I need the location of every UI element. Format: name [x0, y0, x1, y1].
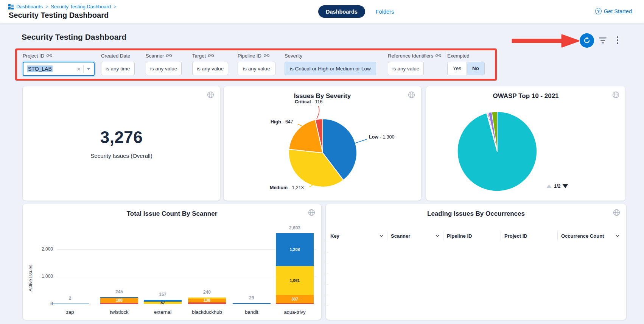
target-filter-chip[interactable]: is any value: [192, 62, 228, 75]
tab-dashboards[interactable]: Dashboards: [318, 5, 365, 18]
bar-category-label: external: [140, 309, 185, 315]
breadcrumb-current-dashboard[interactable]: Security Testing Dashboard: [51, 4, 111, 9]
bar-total-label: 245: [100, 289, 138, 294]
bar-total-label: 240: [188, 290, 226, 295]
stat-label: Security Issues (Overall): [90, 153, 152, 159]
clear-value-icon[interactable]: ×: [77, 66, 81, 72]
bar-segment-low[interactable]: [144, 300, 182, 302]
tab-folders[interactable]: Folders: [376, 9, 394, 15]
table-header-row: Key Scanner Pipeline ID Project ID Occur…: [330, 231, 623, 240]
column-header-scanner[interactable]: Scanner: [387, 231, 443, 240]
breadcrumb-separator: >: [114, 4, 116, 9]
tile-total-issue-count-by-scanner: Total Issue Count By Scanner 2,000 1,000…: [23, 204, 321, 320]
link-icon: [208, 53, 214, 58]
bar-segment-critical[interactable]: [276, 303, 314, 304]
x-axis-line: [57, 304, 317, 304]
bar-segment-value-label: 307: [291, 297, 298, 301]
bar-total-label: 2,603: [276, 225, 314, 231]
globe-icon[interactable]: [613, 209, 620, 216]
filter-project-id: Project ID STO_LAB ×: [23, 53, 95, 76]
column-header-occurrence-count[interactable]: Occurrence Count: [557, 231, 623, 240]
input-divider: [83, 65, 84, 73]
page-up-icon[interactable]: [546, 184, 552, 188]
dashboard-filters-icon[interactable]: [598, 37, 608, 45]
bar-segment-value-label: 188: [116, 298, 123, 302]
filter-severity-label: Severity: [285, 53, 302, 59]
bar-segment-low[interactable]: [100, 297, 138, 298]
severity-filter-chip[interactable]: is Critical or High or Medium or Low: [285, 62, 376, 75]
bar-segment-medium[interactable]: 87: [144, 302, 182, 304]
bar-segment-value-label: 1,061: [290, 279, 300, 283]
screen: Dashboards > Security Testing Dashboard …: [0, 0, 644, 324]
bar-segment-medium[interactable]: 1,061: [276, 266, 314, 295]
refresh-icon: [583, 37, 591, 44]
filter-pipeline-id: Pipeline ID is any value: [238, 53, 275, 75]
y-tick-2000: 2,000: [26, 246, 53, 252]
empty-table-body: [326, 242, 328, 315]
chart-title: Leading Issues By Occurrences: [326, 210, 626, 218]
column-header-key[interactable]: Key: [330, 231, 387, 240]
chevron-down-icon: [380, 235, 383, 237]
filter-target: Target is any value: [192, 53, 228, 75]
bar-segment-critical[interactable]: [100, 303, 138, 304]
column-header-project-id[interactable]: Project ID: [501, 231, 557, 240]
bar-total-label: 157: [144, 292, 182, 297]
link-icon: [47, 53, 52, 58]
bar-segment-low[interactable]: [51, 304, 89, 304]
get-started-label: Get Started: [604, 8, 632, 14]
created-date-filter-chip[interactable]: is any time: [101, 62, 135, 75]
pie-label-low: Low - 1,300: [369, 134, 394, 140]
leader-line-critical: [317, 106, 319, 119]
chevron-down-icon: [616, 235, 619, 237]
stat-value: 3,276: [100, 128, 143, 147]
tile-issues-by-severity: Issues By Severity Critical - 116 High -…: [224, 86, 421, 201]
bar-total-label: 2: [51, 296, 89, 301]
pie-label-medium: Medium - 1,213: [270, 185, 304, 190]
filter-scanner: Scanner is any value: [146, 53, 182, 75]
exempted-yes-option[interactable]: Yes: [448, 62, 467, 75]
link-icon: [436, 53, 441, 58]
filter-project-id-label: Project ID: [23, 53, 44, 59]
pie-pagination: 1/2: [546, 184, 568, 189]
scanner-filter-chip[interactable]: is any value: [146, 62, 182, 75]
view-tabs: Dashboards Folders: [318, 5, 394, 18]
filter-created-date-label: Created Date: [101, 53, 130, 59]
bar-segment-high[interactable]: 138: [188, 299, 226, 302]
top-navigation-bar: Dashboards > Security Testing Dashboard …: [0, 0, 644, 23]
tile-security-issues-overall: 3,276 Security Issues (Overall): [23, 86, 220, 201]
bar-segment-medium[interactable]: [188, 298, 226, 299]
dashboard-title: Security Testing Dashboard: [22, 33, 126, 42]
breadcrumb: Dashboards > Security Testing Dashboard …: [8, 4, 116, 9]
reference-identifiers-filter-chip[interactable]: is any value: [388, 62, 424, 75]
filter-exempted-label: Exempted: [447, 53, 470, 59]
refresh-dashboard-button[interactable]: [580, 33, 594, 48]
dropdown-caret-icon[interactable]: [87, 68, 90, 70]
filter-scanner-label: Scanner: [146, 53, 164, 59]
page-title: Security Testing Dashboard: [9, 11, 109, 20]
bar-category-label: aqua-trivy: [272, 309, 317, 315]
pipeline-id-filter-chip[interactable]: is any value: [238, 62, 275, 75]
bar-segment-critical[interactable]: [188, 302, 226, 304]
bar-category-label: blackduckhub: [184, 309, 230, 315]
exempted-no-option[interactable]: No: [467, 62, 484, 75]
bar-segment-low[interactable]: [233, 303, 271, 304]
y-axis-label: Active Issues: [28, 252, 33, 304]
bar-segment-high[interactable]: 307: [276, 295, 314, 303]
breadcrumb-dashboards[interactable]: Dashboards: [16, 4, 43, 9]
help-icon: ?: [595, 8, 602, 14]
bar-segment-high[interactable]: 188: [100, 298, 138, 303]
filter-created-date: Created Date is any time: [101, 53, 135, 75]
chevron-down-icon: [436, 235, 439, 237]
page-down-icon[interactable]: [563, 184, 568, 188]
get-started-link[interactable]: ? Get Started: [595, 8, 632, 14]
owasp-pie-chart: [426, 86, 625, 201]
project-id-input[interactable]: STO_LAB ×: [23, 62, 95, 76]
tile-leading-issues-by-occurrences: Leading Issues By Occurrences Key Scanne…: [326, 204, 626, 320]
bar-segment-low[interactable]: 1,208: [276, 233, 314, 266]
more-options-kebab-icon[interactable]: [616, 36, 619, 47]
filter-exempted: Exempted Yes No: [447, 53, 485, 75]
page-indicator: 1/2: [554, 184, 560, 189]
link-icon: [264, 53, 269, 58]
bar-category-label: twistlock: [96, 309, 142, 315]
column-header-pipeline-id[interactable]: Pipeline ID: [443, 231, 501, 240]
